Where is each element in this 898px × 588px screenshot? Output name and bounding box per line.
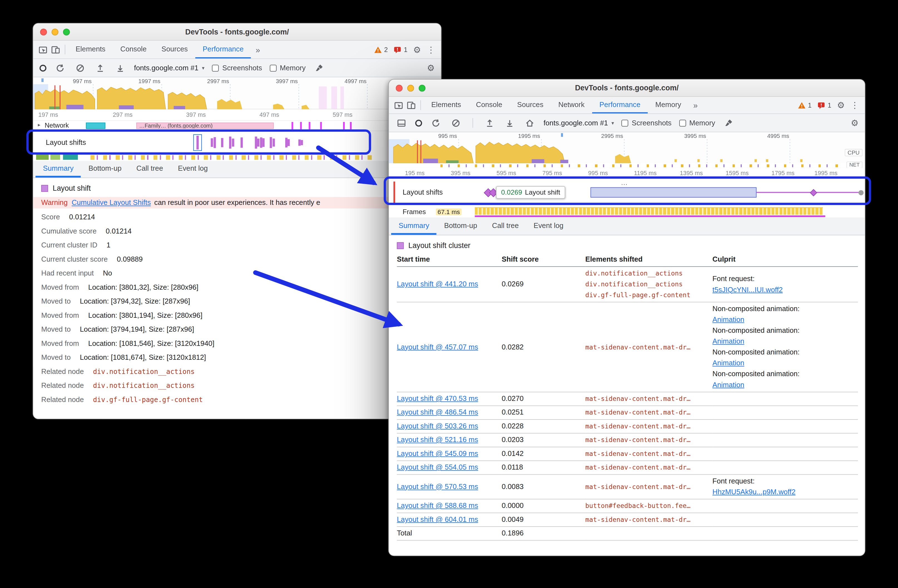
shifted-element-link[interactable]: mat-sidenav-content.mat-dr… (585, 393, 711, 404)
load-profile-button[interactable] (94, 62, 106, 74)
shifted-element-link[interactable]: button#feedback-button.fee… (585, 500, 711, 511)
zoom-button[interactable] (63, 28, 70, 35)
overflow-menu-icon[interactable]: ⋮ (427, 45, 435, 54)
panel-tab-bottom-up[interactable]: Bottom-up (81, 161, 129, 178)
shifted-element-link[interactable]: mat-sidenav-content.mat-dr… (585, 448, 711, 459)
errors-badge[interactable]: 1 (394, 46, 407, 54)
screenshots-checkbox[interactable]: Screenshots (621, 119, 671, 127)
profile-select[interactable]: fonts.google.com #1▾ (544, 119, 614, 127)
layout-shift-event[interactable] (262, 138, 264, 147)
warnings-badge[interactable]: 1 (798, 101, 812, 109)
shifted-element-link[interactable]: mat-sidenav-content.mat-dr… (585, 514, 711, 525)
more-tabs-icon[interactable]: » (251, 41, 264, 58)
culprit-link[interactable]: Animation (713, 316, 744, 323)
layout-shift-link[interactable]: Layout shift @ 521.16 ms (397, 436, 478, 444)
track-overflow-dots[interactable]: … (621, 179, 628, 187)
layout-shift-event[interactable] (214, 137, 216, 148)
shifted-element-link[interactable]: mat-sidenav-content.mat-dr… (585, 481, 711, 492)
layout-shift-event[interactable] (260, 137, 262, 148)
network-request-bar[interactable]: …Family… (fonts.google.com) (136, 123, 274, 129)
related-node-link[interactable]: div.gf-full-page.gf-content (93, 396, 203, 404)
close-button[interactable] (396, 85, 403, 91)
panel-tab-summary[interactable]: Summary (35, 161, 81, 178)
shifted-element-link[interactable]: mat-sidenav-content.mat-dr… (585, 462, 711, 473)
minimize-button[interactable] (51, 28, 58, 35)
layout-shift-cluster-bar[interactable] (590, 187, 757, 198)
layout-shift-event[interactable] (285, 138, 288, 147)
tab-console[interactable]: Console (469, 97, 510, 114)
settings-gear-icon[interactable]: ⚙ (837, 101, 845, 109)
layout-shift-link[interactable]: Layout shift @ 470.53 ms (397, 394, 478, 403)
shifted-element-link[interactable]: mat-sidenav-content.mat-dr… (585, 421, 711, 432)
panel-tab-summary[interactable]: Summary (391, 218, 437, 235)
screenshots-checkbox[interactable]: Screenshots (212, 64, 262, 72)
timeline-overview[interactable]: ‖ 995 ms1995 ms2995 ms3995 ms4995 ms (389, 132, 865, 168)
save-profile-button[interactable] (114, 62, 126, 74)
related-node-link[interactable]: div.notification__actions (93, 368, 195, 376)
load-profile-button[interactable] (483, 117, 496, 129)
inspect-icon[interactable] (37, 41, 49, 58)
cpu-overview-chart[interactable] (33, 84, 441, 109)
overflow-menu-icon[interactable]: ⋮ (850, 101, 859, 109)
warnings-badge[interactable]: 2 (374, 46, 388, 54)
tab-network[interactable]: Network (551, 97, 592, 114)
profile-select[interactable]: fonts.google.com #1▾ (134, 64, 205, 72)
timeline-overview[interactable]: ‖ 997 ms1997 ms2997 ms3997 ms4997 ms (33, 77, 441, 109)
clear-button[interactable] (74, 62, 86, 74)
panel-tab-bottom-up[interactable]: Bottom-up (437, 218, 484, 235)
inspect-icon[interactable] (392, 97, 405, 114)
cls-doc-link[interactable]: Cumulative Layout Shifts (72, 199, 151, 207)
shifted-element-link[interactable]: mat-sidenav-content.mat-dr… (585, 435, 711, 446)
layout-shift-event[interactable] (273, 139, 275, 147)
culprit-link[interactable]: HhzMU5Ak9u...p9M.woff2 (713, 488, 796, 496)
tab-elements[interactable]: Elements (68, 41, 113, 58)
panel-tab-event-log[interactable]: Event log (526, 218, 571, 235)
clear-button[interactable] (449, 117, 462, 129)
record-button[interactable] (40, 65, 46, 71)
shifted-element-link[interactable]: div.notification__actions (585, 268, 711, 279)
zoom-button[interactable] (419, 85, 426, 91)
tab-performance[interactable]: Performance (592, 97, 648, 114)
tab-performance[interactable]: Performance (195, 41, 251, 58)
related-node-link[interactable]: div.notification__actions (93, 382, 195, 389)
capture-settings-gear-icon[interactable]: ⚙ (427, 64, 435, 72)
culprit-link[interactable]: t5sJIQcYNI...IUI.woff2 (713, 286, 783, 294)
layout-shift-event[interactable] (270, 137, 272, 148)
save-profile-button[interactable] (503, 117, 516, 129)
disclosure-caret-icon[interactable]: ▸ (38, 122, 40, 128)
tab-sources[interactable]: Sources (510, 97, 551, 114)
network-track[interactable]: ▸ Network …Family… (fonts.google.com) (33, 121, 441, 131)
shifted-element-link[interactable]: mat-sidenav-content.mat-dr… (585, 342, 711, 352)
layout-shift-event[interactable] (229, 137, 231, 148)
issues-badge[interactable]: 1 (817, 101, 831, 109)
layout-shift-link[interactable]: Layout shift @ 503.26 ms (397, 422, 478, 430)
settings-gear-icon[interactable]: ⚙ (413, 45, 421, 54)
cpu-overview-chart[interactable]: CPU (389, 139, 865, 163)
panel-tab-call-tree[interactable]: Call tree (484, 218, 526, 235)
home-button[interactable] (523, 117, 536, 129)
layout-shift-link[interactable]: Layout shift @ 486.54 ms (397, 408, 478, 416)
layout-shift-event[interactable] (288, 139, 290, 146)
layout-shift-link[interactable]: Layout shift @ 604.01 ms (397, 516, 478, 523)
layout-shift-event[interactable] (301, 140, 303, 145)
garbage-collect-icon[interactable] (313, 62, 326, 74)
network-request-chip[interactable] (86, 123, 105, 129)
device-toolbar-icon[interactable] (49, 41, 62, 58)
layout-shift-diamond[interactable] (810, 189, 817, 196)
layout-shift-link[interactable]: Layout shift @ 554.05 ms (397, 463, 478, 471)
tab-sources[interactable]: Sources (154, 41, 195, 58)
layout-shifts-track[interactable]: Layout shifts 0.0269 Layout shift … (389, 179, 865, 206)
layout-shift-event[interactable] (255, 137, 257, 148)
reload-and-record-button[interactable] (54, 62, 66, 74)
layout-shift-event[interactable] (232, 139, 234, 147)
panel-tab-call-tree[interactable]: Call tree (129, 161, 171, 178)
culprit-link[interactable]: Animation (713, 337, 744, 345)
shifted-element-link[interactable]: div.notification__actions (585, 279, 711, 290)
layout-shift-link[interactable]: Layout shift @ 457.07 ms (397, 343, 478, 351)
reload-and-record-button[interactable] (429, 117, 442, 129)
tab-console[interactable]: Console (113, 41, 154, 58)
panel-tab-event-log[interactable]: Event log (171, 161, 215, 178)
close-button[interactable] (40, 28, 47, 35)
layout-shift-link[interactable]: Layout shift @ 570.53 ms (397, 483, 478, 491)
more-tabs-icon[interactable]: » (689, 97, 702, 114)
